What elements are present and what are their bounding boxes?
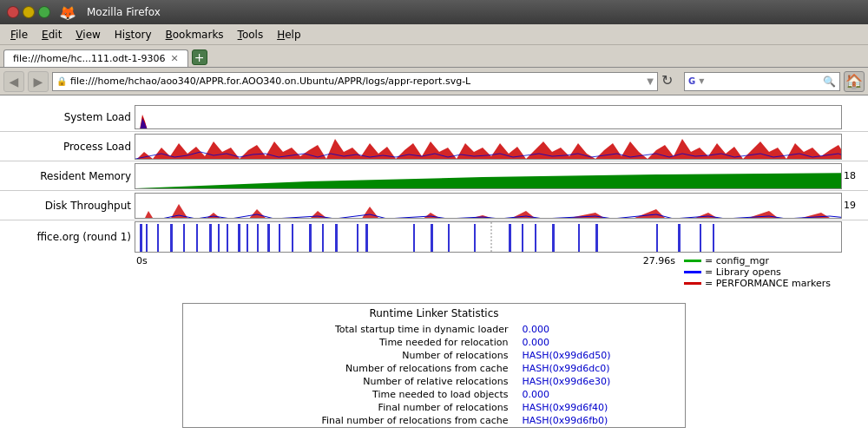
close-button[interactable] (7, 6, 19, 18)
stats-value-0: 0.000 (515, 323, 685, 336)
back-button[interactable]: ◀ (3, 71, 24, 92)
svg-rect-27 (448, 224, 450, 252)
svg-rect-34 (595, 224, 598, 252)
tab-close-icon[interactable]: ✕ (170, 53, 178, 64)
svg-rect-25 (413, 224, 415, 252)
table-row: Number of relocations HASH(0x99d6d50) (183, 349, 685, 362)
system-load-label: System Load (0, 111, 135, 123)
titlebar-title: Mozilla Firefox (87, 6, 161, 18)
address-field[interactable]: 🔒 file:///home/hchao/aoo340/APPR.for.AOO… (52, 72, 658, 91)
reload-button[interactable]: ↻ (661, 72, 681, 91)
table-row: Final number of relocations from cache H… (183, 414, 685, 427)
bottom-left-spacer (0, 255, 135, 289)
svg-rect-35 (656, 224, 658, 252)
svg-rect-36 (678, 224, 681, 252)
legend-config-mgr-label: = config_mgr (705, 255, 769, 266)
menu-edit[interactable]: Edit (35, 27, 69, 43)
svg-rect-18 (279, 224, 280, 252)
search-icon[interactable]: 🔍 (823, 76, 836, 88)
time-axis: 0s 27.96s (135, 255, 677, 289)
svg-rect-24 (365, 224, 368, 252)
stats-label-3: Number of relocations from cache (183, 362, 515, 375)
stats-value-7: HASH(0x99d6fb0) (515, 414, 685, 427)
menu-view[interactable]: View (69, 27, 107, 43)
home-button[interactable]: 🏠 (844, 71, 865, 92)
stats-label-2: Number of relocations (183, 349, 515, 362)
legend-library-opens-color (684, 271, 701, 273)
legend-config-mgr-color (684, 260, 701, 262)
svg-rect-32 (552, 224, 555, 252)
svg-rect-17 (267, 224, 270, 252)
process-load-chart (135, 134, 842, 160)
svg-rect-16 (257, 224, 259, 252)
menubar: File Edit View History Bookmarks Tools H… (0, 24, 868, 45)
svg-rect-33 (578, 224, 580, 252)
disk-throughput-value: 19 (842, 200, 868, 211)
legend-performance: = PERFORMANCE markers (684, 278, 861, 289)
minimize-button[interactable] (23, 6, 35, 18)
legend: = config_mgr = Library opens = PERFORMAN… (677, 255, 868, 289)
tabbar: file:///home/hc...111.odt-1-9306 ✕ + (0, 45, 868, 68)
address-lock-icon: 🔒 (56, 76, 67, 86)
stats-value-5: 0.000 (515, 388, 685, 401)
tab-main[interactable]: file:///home/hc...111.odt-1-9306 ✕ (3, 49, 188, 67)
svg-rect-9 (183, 224, 185, 252)
stats-table: Total startup time in dynamic loader 0.0… (183, 323, 685, 427)
window-buttons (7, 6, 50, 18)
system-load-row: System Load (0, 102, 868, 132)
time-start: 0s (136, 255, 148, 289)
menu-help[interactable]: Help (270, 27, 307, 43)
stats-value-6: HASH(0x99d6f40) (515, 401, 685, 414)
table-row: Total startup time in dynamic loader 0.0… (183, 323, 685, 336)
address-url: file:///home/hchao/aoo340/APPR.for.AOO34… (70, 76, 643, 87)
svg-rect-22 (335, 224, 338, 252)
svg-rect-21 (322, 224, 324, 252)
svg-marker-3 (135, 173, 842, 189)
disk-throughput-chart (135, 193, 842, 219)
menu-tools[interactable]: Tools (231, 27, 271, 43)
bottom-section: 0s 27.96s = config_mgr = Library opens =… (0, 253, 868, 291)
svg-rect-6 (146, 224, 148, 252)
legend-performance-label: = PERFORMANCE markers (705, 278, 831, 289)
titlebar: 🦊 Mozilla Firefox (0, 0, 868, 24)
svg-rect-19 (292, 224, 293, 252)
stats-value-2: HASH(0x99d6d50) (515, 349, 685, 362)
stats-value-1: 0.000 (515, 336, 685, 349)
address-dropdown-icon[interactable]: ▼ (647, 76, 654, 86)
svg-rect-29 (509, 224, 511, 252)
stats-section-wrapper: Runtime Linker Statistics Total startup … (0, 296, 868, 434)
forward-button[interactable]: ▶ (28, 71, 49, 92)
menu-file[interactable]: File (3, 27, 35, 43)
menu-history[interactable]: History (108, 27, 159, 43)
svg-rect-26 (431, 224, 433, 252)
svg-rect-30 (522, 224, 523, 252)
legend-library-opens-label: = Library opens (705, 266, 781, 278)
process-load-row: Process Load (0, 132, 868, 161)
resident-memory-label: Resident Memory (0, 170, 135, 182)
firefox-icon: 🦊 (59, 4, 76, 21)
main-content: System Load Process Load Resident Memory (0, 95, 868, 434)
svg-rect-23 (357, 224, 358, 252)
svg-rect-14 (238, 224, 240, 252)
timeline-label: ffice.org (round 1) (0, 231, 135, 243)
legend-performance-color (684, 282, 701, 285)
svg-rect-28 (474, 224, 476, 252)
menu-bookmarks[interactable]: Bookmarks (159, 27, 231, 43)
table-row: Time needed for relocation 0.000 (183, 336, 685, 349)
svg-rect-13 (227, 224, 228, 252)
search-box[interactable]: G ▼ 🔍 (684, 72, 840, 91)
svg-rect-7 (157, 224, 159, 252)
legend-library-opens: = Library opens (684, 266, 861, 278)
svg-rect-11 (209, 224, 212, 252)
timeline-area (135, 221, 842, 253)
search-logo: G (688, 76, 695, 86)
stats-label-5: Time needed to load objects (183, 388, 515, 401)
new-tab-button[interactable]: + (192, 49, 207, 65)
process-load-label: Process Load (0, 141, 135, 153)
timeline-row: ffice.org (round 1) (0, 220, 868, 253)
svg-rect-38 (713, 224, 714, 252)
svg-rect-10 (196, 224, 198, 252)
search-dropdown-icon[interactable]: ▼ (699, 77, 704, 85)
resident-memory-value: 18 (842, 170, 868, 181)
maximize-button[interactable] (38, 6, 50, 18)
